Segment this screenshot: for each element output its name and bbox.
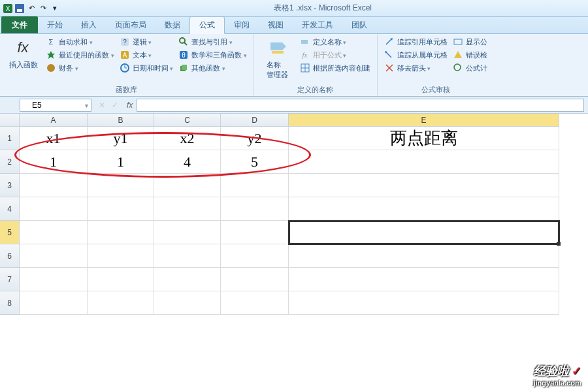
cell-A8[interactable] [20,291,88,315]
cell-B1[interactable]: y1 [88,127,154,150]
col-header-C[interactable]: C [154,114,221,127]
cell-D6[interactable] [221,244,289,268]
row-header-1[interactable]: 1 [0,127,20,150]
name-box[interactable]: E5 [20,99,91,112]
cell-A7[interactable] [20,268,88,291]
qat-more-icon[interactable]: ▾ [50,3,60,14]
row-header-6[interactable]: 6 [0,244,20,268]
cell-E1[interactable]: 两点距离 [289,127,559,150]
cell-C6[interactable] [154,244,221,268]
svg-line-27 [386,39,391,44]
remove-arrows-button[interactable]: 移去箭头 [384,63,448,73]
cell-C5[interactable] [154,221,221,244]
select-all-corner[interactable] [0,114,20,127]
col-header-E[interactable]: E [289,114,559,127]
cell-C2[interactable]: 4 [154,150,221,174]
row-header-8[interactable]: 8 [0,291,20,315]
tab-view[interactable]: 视图 [259,17,293,33]
text-button[interactable]: A文本 [120,50,174,60]
cell-C8[interactable] [154,291,221,315]
row-header-3[interactable]: 3 [0,174,20,197]
cell-D2[interactable]: 5 [221,150,289,174]
tab-layout[interactable]: 页面布局 [106,17,155,33]
save-icon[interactable] [14,3,25,14]
undo-icon[interactable]: ↶ [26,3,37,14]
formula-bar[interactable] [137,99,584,112]
row-header-2[interactable]: 2 [0,150,20,174]
autosum-button[interactable]: Σ自动求和 [46,37,114,47]
cell-A5[interactable] [20,221,88,244]
warning-icon [453,50,463,60]
cell-E2[interactable] [289,150,559,174]
column-headers: A B C D E [0,114,588,127]
cell-B8[interactable] [88,291,154,315]
tab-developer[interactable]: 开发工具 [293,17,342,33]
lookup-button[interactable]: 查找与引用 [178,37,247,47]
cell-E7[interactable] [289,268,559,291]
cell-C3[interactable] [154,174,221,197]
cell-B2[interactable]: 1 [88,150,154,174]
cell-C4[interactable] [154,197,221,221]
tab-data[interactable]: 数据 [155,17,189,33]
row-header-7[interactable]: 7 [0,268,20,291]
cell-A3[interactable] [20,174,88,197]
col-header-D[interactable]: D [221,114,289,127]
search-icon [178,37,189,47]
trace-precedents-button[interactable]: 追踪引用单元格 [384,37,448,47]
cell-D3[interactable] [221,174,289,197]
cell-A2[interactable]: 1 [20,150,88,174]
redo-icon[interactable]: ↷ [38,3,48,14]
svg-rect-20 [270,42,282,50]
cell-D5[interactable] [221,221,289,244]
evaluate-formula-button[interactable]: 公式计 [453,63,487,73]
cell-E5[interactable] [289,221,559,244]
tab-review[interactable]: 审阅 [225,17,259,33]
cell-E4[interactable] [289,197,559,221]
cell-D8[interactable] [221,291,289,315]
file-tab[interactable]: 文件 [1,16,38,33]
logical-button[interactable]: ?逻辑 [120,37,174,47]
cell-D4[interactable] [221,197,289,221]
datetime-button[interactable]: 日期和时间 [120,63,174,73]
fx-label-icon[interactable]: fx [127,101,133,110]
create-from-selection-button[interactable]: 根据所选内容创建 [300,63,370,73]
formula-bar-row: E5 ✕ ✓ fx [0,97,588,114]
row-header-5[interactable]: 5 [0,221,20,244]
enter-icon[interactable]: ✓ [110,100,120,110]
cell-E6[interactable] [289,244,559,268]
cell-E3[interactable] [289,174,559,197]
cell-B5[interactable] [88,221,154,244]
cell-E8[interactable] [289,291,559,315]
col-header-B[interactable]: B [88,114,154,127]
financial-button[interactable]: 财务 [46,63,114,73]
cell-B6[interactable] [88,244,154,268]
cell-A4[interactable] [20,197,88,221]
row-header-4[interactable]: 4 [0,197,20,221]
cell-A1[interactable]: x1 [20,127,88,150]
tab-insert[interactable]: 插入 [72,17,106,33]
tab-formulas[interactable]: 公式 [189,16,225,34]
more-functions-button[interactable]: 其他函数 [178,63,247,73]
cell-C7[interactable] [154,268,221,291]
svg-text:A: A [122,52,127,59]
show-formulas-button[interactable]: 显示公 [453,37,487,47]
tab-team[interactable]: 团队 [342,17,376,33]
insert-function-button[interactable]: fx 插入函数 [7,37,41,70]
trace-dependents-button[interactable]: 追踪从属单元格 [384,50,448,60]
cell-B4[interactable] [88,197,154,221]
cell-A6[interactable] [20,244,88,268]
cell-D1[interactable]: y2 [221,127,289,150]
name-manager-label: 名称 管理器 [267,60,288,80]
define-name-button[interactable]: 定义名称 [300,37,370,47]
col-header-A[interactable]: A [20,114,88,127]
recent-functions-button[interactable]: 最近使用的函数 [46,50,114,60]
cell-C1[interactable]: x2 [154,127,221,150]
cell-D7[interactable] [221,268,289,291]
cell-B7[interactable] [88,268,154,291]
error-check-button[interactable]: 错误检 [453,50,487,60]
cancel-icon[interactable]: ✕ [97,100,107,110]
cell-B3[interactable] [88,174,154,197]
math-trig-button[interactable]: θ数学和三角函数 [178,50,247,60]
name-manager-button[interactable]: 名称 管理器 [261,37,295,80]
tab-home[interactable]: 开始 [38,17,72,33]
